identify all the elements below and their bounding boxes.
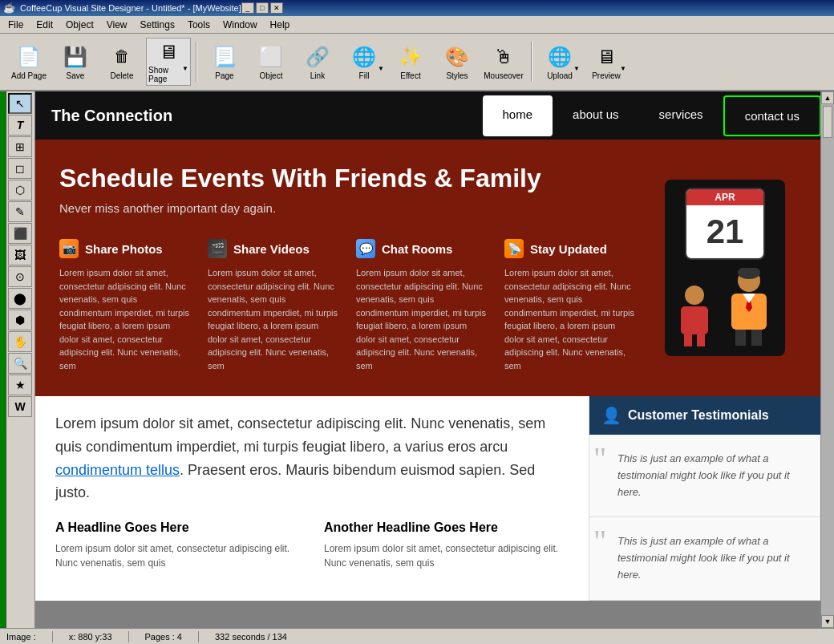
- minimize-button[interactable]: _: [241, 2, 254, 14]
- fill-button[interactable]: 🌐 Fill ▼: [342, 38, 387, 86]
- tool-select[interactable]: ↖: [8, 93, 32, 114]
- tool-rectangle[interactable]: ⊞: [8, 136, 32, 157]
- nav-about[interactable]: about us: [553, 95, 639, 136]
- feature-updated-title: 📡 Stay Updated: [504, 239, 637, 258]
- titlebar-title: CoffeeCup Visual Site Designer - Untitle…: [20, 3, 241, 13]
- color-bar: [0, 91, 6, 628]
- canvas-area[interactable]: The Connection home about us services co…: [35, 91, 820, 628]
- upload-button[interactable]: 🌐 Upload ▼: [537, 38, 582, 86]
- cal-day: 21: [686, 205, 763, 258]
- person-adult: [721, 268, 777, 348]
- menu-view[interactable]: View: [100, 18, 134, 32]
- statusbar: Image : x: 880 y:33 Pages : 4 332 second…: [0, 628, 834, 644]
- save-icon: 💾: [63, 44, 88, 70]
- object-button[interactable]: ⬜ Object: [249, 38, 294, 86]
- main-content: Lorem ipsum dolor sit amet, consectetur …: [35, 396, 820, 601]
- scroll-down[interactable]: ▼: [821, 615, 834, 628]
- mouseover-label: Mouseover: [484, 71, 523, 80]
- nav-links: home about us services contact us: [483, 95, 820, 136]
- feature-videos-title: 🎬 Share Videos: [208, 239, 340, 258]
- feature-videos: 🎬 Share Videos Lorem ipsum dolor sit ame…: [208, 239, 340, 372]
- content-right: 👤 Customer Testimonials " This is just a…: [589, 396, 820, 601]
- feature-photos: 📷 Share Photos Lorem ipsum dolor sit ame…: [59, 239, 192, 372]
- tool-hand[interactable]: ✋: [8, 331, 32, 352]
- headline-1-text: Lorem ipsum dolor sit amet, consectetur …: [55, 541, 300, 570]
- mouseover-button[interactable]: 🖱 Mouseover: [481, 38, 526, 86]
- show-page-arrow: ▼: [182, 65, 188, 72]
- tool-image[interactable]: 🖼: [8, 245, 32, 265]
- show-page-button[interactable]: 🖥 Show Page ▼: [146, 38, 191, 86]
- nav-home[interactable]: home: [483, 95, 553, 136]
- rss-icon: 📡: [504, 239, 524, 258]
- hero-content: Schedule Events With Friends & Family Ne…: [59, 164, 637, 372]
- scroll-thumb[interactable]: [823, 106, 832, 138]
- tool-zoom[interactable]: 🔍: [8, 353, 32, 374]
- tool-text[interactable]: T: [8, 115, 32, 136]
- person-child: [673, 284, 717, 348]
- headline-1-title: A Headline Goes Here: [55, 520, 300, 535]
- status-coords: x: 880 y:33: [69, 632, 112, 642]
- menu-tools[interactable]: Tools: [181, 18, 217, 32]
- show-page-icon: 🖥: [156, 40, 181, 64]
- menu-window[interactable]: Window: [217, 18, 264, 32]
- feature-chat: 💬 Chat Rooms Lorem ipsum dolor sit amet,…: [356, 239, 488, 372]
- tool-polygon[interactable]: ⬡: [8, 180, 32, 200]
- feature-updated: 📡 Stay Updated Lorem ipsum dolor sit ame…: [504, 239, 637, 372]
- maximize-button[interactable]: □: [256, 2, 269, 14]
- toolbar: 📄 Add Page 💾 Save 🗑 Delete 🖥 Show Page ▼…: [0, 34, 834, 91]
- tool-dot[interactable]: ⬤: [8, 288, 32, 309]
- close-button[interactable]: ✕: [270, 2, 283, 14]
- tool-hex[interactable]: ⬢: [8, 310, 32, 330]
- delete-button[interactable]: 🗑 Delete: [99, 38, 144, 86]
- menu-help[interactable]: Help: [264, 18, 297, 32]
- status-time: 332 seconds / 134: [215, 632, 287, 642]
- menu-edit[interactable]: Edit: [30, 18, 59, 32]
- link-button[interactable]: 🔗 Link: [295, 38, 340, 86]
- nav-services[interactable]: services: [639, 95, 723, 136]
- testimonials-title: Customer Testimonials: [628, 408, 769, 423]
- toolbar-separator-1: [196, 42, 197, 82]
- tool-pencil[interactable]: ✎: [8, 201, 32, 222]
- cal-month: APR: [686, 189, 763, 205]
- testimonial-1-text: This is just an example of what a testim…: [605, 447, 820, 504]
- scrollbar[interactable]: ▲ ▼: [820, 91, 834, 628]
- add-page-button[interactable]: 📄 Add Page: [6, 38, 51, 86]
- nav-contact[interactable]: contact us: [723, 95, 820, 136]
- menu-file[interactable]: File: [2, 18, 30, 32]
- styles-button[interactable]: 🎨 Styles: [435, 38, 480, 86]
- feature-chat-title: 💬 Chat Rooms: [356, 239, 488, 258]
- headline-2-title: Another Headline Goes Here: [324, 520, 569, 535]
- save-button[interactable]: 💾 Save: [53, 38, 98, 86]
- quote-open-2: ": [593, 525, 606, 557]
- feature-photos-title: 📷 Share Photos: [59, 239, 192, 258]
- feature-updated-text: Lorem ipsum dolor sit amet, consectetur …: [504, 266, 637, 372]
- people-graphic: [673, 268, 777, 348]
- testimonials-header: 👤 Customer Testimonials: [589, 396, 820, 435]
- tool-w[interactable]: W: [8, 396, 32, 417]
- scroll-up[interactable]: ▲: [821, 91, 834, 104]
- feature-videos-text: Lorem ipsum dolor sit amet, consectetur …: [208, 266, 340, 372]
- tool-shape[interactable]: ◻: [8, 158, 32, 179]
- mouseover-icon: 🖱: [491, 44, 516, 70]
- page-label: Page: [215, 71, 233, 80]
- main-link[interactable]: condimentum tellus: [55, 462, 180, 478]
- menu-settings[interactable]: Settings: [134, 18, 181, 32]
- tool-fill[interactable]: ⬛: [8, 223, 32, 244]
- effect-label: Effect: [400, 71, 420, 80]
- nav-logo: The Connection: [51, 107, 483, 125]
- effect-button[interactable]: ✨ Effect: [388, 38, 433, 86]
- save-label: Save: [67, 71, 85, 80]
- preview-button[interactable]: 🖥 Preview ▼: [584, 38, 629, 86]
- page-button[interactable]: 📃 Page: [202, 38, 247, 86]
- photo-icon: 📷: [59, 239, 79, 258]
- tool-star[interactable]: ★: [8, 375, 32, 395]
- menu-object[interactable]: Object: [59, 18, 100, 32]
- app-body: ↖ T ⊞ ◻ ⬡ ✎ ⬛ 🖼 ⊙ ⬤ ⬢ ✋ 🔍 ★ W The Connec…: [0, 91, 834, 628]
- hero-subtitle: Never miss another important day again.: [59, 201, 637, 215]
- styles-icon: 🎨: [444, 44, 470, 70]
- headline-col-2: Another Headline Goes Here Lorem ipsum d…: [324, 520, 569, 570]
- tool-circle[interactable]: ⊙: [8, 266, 32, 287]
- link-label: Link: [310, 71, 325, 80]
- scroll-track[interactable]: [821, 104, 834, 615]
- titlebar-controls: _ □ ✕: [241, 2, 283, 14]
